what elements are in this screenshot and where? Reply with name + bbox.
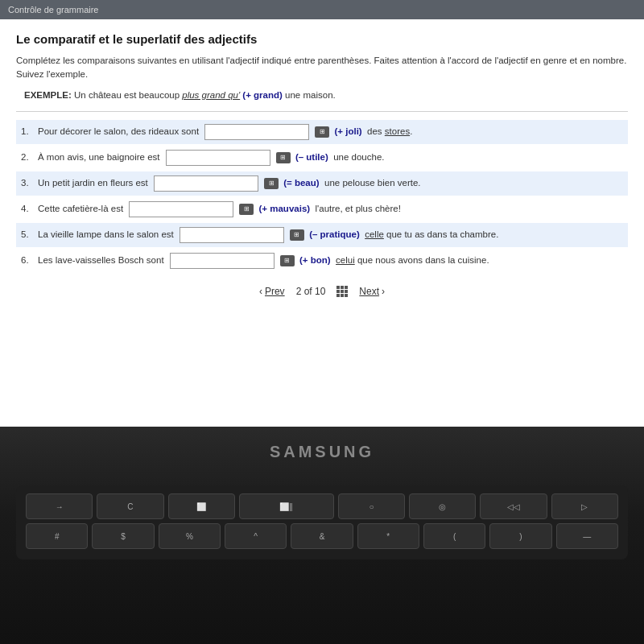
next-label: Next bbox=[359, 286, 379, 297]
key-refresh[interactable]: C bbox=[97, 493, 163, 519]
keyword-4: (+ mauvais) bbox=[256, 201, 312, 216]
key-multiscreen[interactable]: ⬜‖ bbox=[239, 493, 334, 519]
current-page: 2 bbox=[296, 286, 302, 297]
key-arrow[interactable]: → bbox=[26, 493, 93, 519]
laptop-body: SAMSUNG → C ⬜ ⬜‖ ○ ◎ ◁◁ ▷ # $ % ^ & * ( … bbox=[0, 427, 644, 644]
example-box: EXEMPLE: Un château est beaucoup plus gr… bbox=[16, 90, 628, 100]
row-text-after: une douche. bbox=[331, 150, 385, 164]
answer-input-6[interactable] bbox=[170, 253, 275, 269]
keyword-3: (= beau) bbox=[281, 175, 322, 190]
key-vol-up[interactable]: ▷ bbox=[551, 493, 618, 519]
key-open-paren[interactable]: ( bbox=[423, 523, 485, 549]
key-vol-down[interactable]: ◁◁ bbox=[480, 493, 547, 519]
row-text-before: Les lave-vaisselles Bosch sont bbox=[38, 253, 167, 267]
keyword-2: (– utile) bbox=[293, 150, 331, 164]
row-text-after-link: celui que nous avons dans la cuisine. bbox=[333, 253, 489, 267]
content-area: Le comparatif et le superlatif des adjec… bbox=[0, 19, 644, 427]
app-bar: Contrôle de grammaire bbox=[0, 0, 644, 19]
exercise-row: 1.Pour décorer le salon, des rideaux son… bbox=[16, 120, 628, 144]
prev-label: Prev bbox=[265, 286, 285, 297]
grid-icon[interactable] bbox=[336, 286, 348, 297]
app-title: Contrôle de grammaire bbox=[8, 5, 99, 14]
key-dash[interactable]: — bbox=[556, 523, 618, 549]
exercise-row: 4.Cette cafetière-là est ⊞ (+ mauvais) l… bbox=[16, 197, 628, 221]
keyword-5: (– pratique) bbox=[307, 227, 362, 242]
row-number: 3. bbox=[21, 175, 35, 190]
exercise-row: 3.Un petit jardin en fleurs est ⊞ (= bea… bbox=[16, 171, 628, 196]
exercise-container: 1.Pour décorer le salon, des rideaux son… bbox=[16, 120, 628, 273]
exercise-row: 2.À mon avis, une baignoire est ⊞ (– uti… bbox=[16, 146, 628, 170]
row-number: 2. bbox=[21, 150, 35, 164]
exercise-row: 6.Les lave-vaisselles Bosch sont ⊞ (+ bo… bbox=[16, 249, 628, 273]
hint-icon-1[interactable]: ⊞ bbox=[315, 126, 329, 138]
row-text-before: Pour décorer le salon, des rideaux sont bbox=[38, 124, 201, 138]
row-text-after-link: celle que tu as dans ta chambre. bbox=[362, 227, 498, 242]
row-text-before: Cette cafetière-là est bbox=[38, 201, 126, 216]
row-text-before: La vieille lampe dans le salon est bbox=[38, 227, 176, 242]
keyword-6: (+ bon) bbox=[297, 253, 333, 267]
keyboard-row-1: → C ⬜ ⬜‖ ○ ◎ ◁◁ ▷ bbox=[26, 493, 618, 519]
answer-input-5[interactable] bbox=[180, 227, 284, 243]
answer-input-2[interactable] bbox=[166, 150, 270, 166]
example-keyword: (+ grand) bbox=[242, 90, 283, 100]
instructions-text: Complétez les comparaisons suivantes en … bbox=[16, 54, 628, 82]
row-text-after: une pelouse bien verte. bbox=[322, 175, 421, 190]
next-chevron: › bbox=[382, 286, 385, 297]
hint-icon-6[interactable]: ⊞ bbox=[280, 255, 295, 266]
key-hash[interactable]: # bbox=[26, 523, 88, 549]
key-brightness[interactable]: ◎ bbox=[409, 493, 476, 519]
answer-input-1[interactable] bbox=[204, 124, 309, 140]
key-ampersand[interactable]: & bbox=[291, 523, 353, 549]
exercise-row: 5.La vieille lampe dans le salon est ⊞ (… bbox=[16, 223, 628, 247]
section-divider bbox=[16, 111, 628, 112]
key-close-paren[interactable]: ) bbox=[489, 523, 551, 549]
row-number: 4. bbox=[21, 201, 35, 216]
samsung-logo: SAMSUNG bbox=[270, 443, 374, 461]
page-title: Le comparatif et le superlatif des adjec… bbox=[16, 32, 628, 46]
hint-icon-3[interactable]: ⊞ bbox=[264, 178, 279, 189]
key-dollar[interactable]: $ bbox=[92, 523, 154, 549]
of-label: of bbox=[304, 286, 315, 297]
keyboard-row-2: # $ % ^ & * ( ) — bbox=[26, 523, 618, 549]
example-highlight: plus grand qu' bbox=[182, 90, 240, 100]
prev-button[interactable]: ‹ Prev bbox=[259, 286, 285, 297]
key-percent[interactable]: % bbox=[159, 523, 221, 549]
row-text-after: des stores. bbox=[365, 124, 412, 138]
page-info: 2 of 10 bbox=[296, 286, 326, 297]
key-circle[interactable]: ○ bbox=[338, 493, 405, 519]
hint-icon-5[interactable]: ⊞ bbox=[290, 229, 304, 241]
hint-icon-2[interactable]: ⊞ bbox=[276, 152, 291, 163]
row-number: 6. bbox=[21, 253, 35, 267]
row-text-before: À mon avis, une baignoire est bbox=[38, 150, 163, 164]
total-pages: 10 bbox=[315, 286, 325, 297]
key-screen[interactable]: ⬜ bbox=[168, 493, 235, 519]
row-text-before: Un petit jardin en fleurs est bbox=[38, 175, 151, 190]
key-caret[interactable]: ^ bbox=[225, 523, 287, 549]
pagination: ‹ Prev 2 of 10 Next › bbox=[16, 275, 628, 302]
row-number: 1. bbox=[21, 124, 35, 138]
next-button[interactable]: Next › bbox=[359, 286, 385, 297]
laptop-screen: Contrôle de grammaire Le comparatif et l… bbox=[0, 0, 644, 427]
prev-chevron: ‹ bbox=[259, 286, 262, 297]
key-asterisk[interactable]: * bbox=[357, 523, 419, 549]
answer-input-3[interactable] bbox=[154, 175, 258, 192]
example-label: EXEMPLE: bbox=[24, 90, 72, 100]
row-number: 5. bbox=[21, 227, 35, 242]
keyword-1: (+ joli) bbox=[332, 124, 365, 138]
row-text-after: l'autre, et plus chère! bbox=[312, 201, 401, 216]
hint-icon-4[interactable]: ⊞ bbox=[239, 204, 254, 215]
answer-input-4[interactable] bbox=[129, 201, 233, 217]
keyboard: → C ⬜ ⬜‖ ○ ◎ ◁◁ ▷ # $ % ^ & * ( ) — bbox=[16, 485, 628, 559]
